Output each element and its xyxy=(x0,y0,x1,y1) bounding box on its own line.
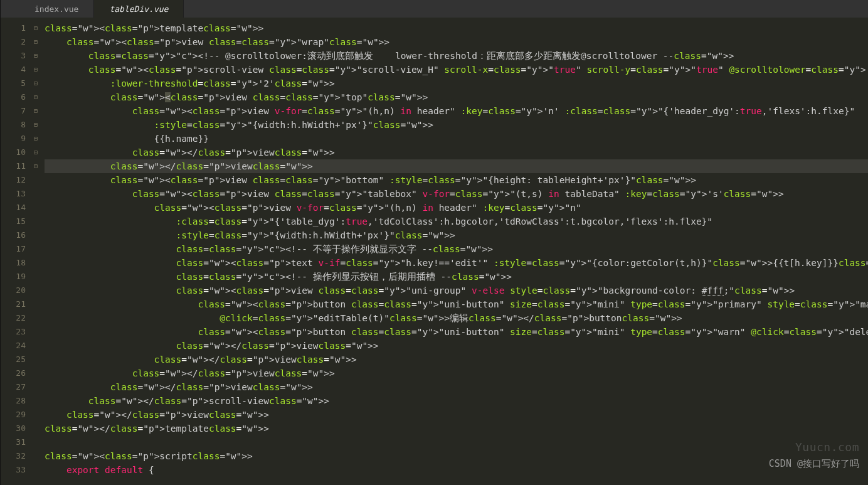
fold-gutter: ⊟⊟⊟⊟⊟⊟⊟⊟⊟⊟⊟ xyxy=(29,18,42,485)
tab-bar: index.vue tableDiv.vue xyxy=(1,0,868,18)
code-content[interactable]: class="w"><class="p">templateclass="w">>… xyxy=(42,18,868,485)
tab-index-vue[interactable]: index.vue xyxy=(19,0,94,18)
editor: index.vue tableDiv.vue 12345678910111213… xyxy=(1,0,868,485)
line-number-gutter: 1234567891011121314151617181920212223242… xyxy=(1,18,29,485)
tab-tablediv-vue[interactable]: tableDiv.vue xyxy=(94,0,184,18)
